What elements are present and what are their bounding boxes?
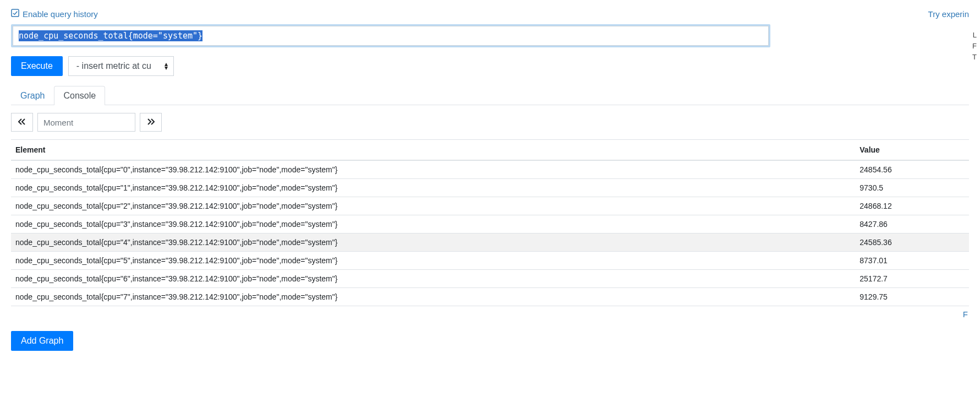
cell-element: node_cpu_seconds_total{cpu="6",instance=… [11, 270, 848, 288]
insert-metric-select[interactable]: - insert metric at cu ▴▾ [68, 56, 174, 76]
tab-console[interactable]: Console [54, 86, 105, 105]
right-edge-cut-text: L F T [972, 30, 979, 63]
result-tabs: Graph Console [11, 86, 969, 105]
moment-input[interactable] [37, 113, 135, 132]
tab-graph[interactable]: Graph [11, 86, 54, 105]
cell-value: 8427.86 [848, 215, 969, 234]
cell-value: 24854.56 [848, 160, 969, 179]
cell-value: 9730.5 [848, 179, 969, 197]
add-graph-button[interactable]: Add Graph [11, 331, 73, 351]
table-row[interactable]: node_cpu_seconds_total{cpu="6",instance=… [11, 270, 969, 288]
cell-element: node_cpu_seconds_total{cpu="7",instance=… [11, 288, 848, 306]
bottom-right-cut-text: F [11, 310, 969, 319]
cell-value: 8737.01 [848, 252, 969, 270]
svg-rect-0 [12, 9, 19, 17]
cell-value: 9129.75 [848, 288, 969, 306]
enable-query-history-toggle[interactable]: Enable query history [11, 9, 98, 19]
cell-element: node_cpu_seconds_total{cpu="3",instance=… [11, 215, 848, 234]
table-row[interactable]: node_cpu_seconds_total{cpu="5",instance=… [11, 252, 969, 270]
column-header-element: Element [11, 140, 848, 161]
cell-element: node_cpu_seconds_total{cpu="4",instance=… [11, 234, 848, 252]
insert-metric-placeholder: - insert metric at cu [76, 61, 151, 71]
table-row[interactable]: node_cpu_seconds_total{cpu="4",instance=… [11, 234, 969, 252]
table-row[interactable]: node_cpu_seconds_total{cpu="7",instance=… [11, 288, 969, 306]
checkbox-icon [11, 9, 19, 19]
table-row[interactable]: node_cpu_seconds_total{cpu="0",instance=… [11, 160, 969, 179]
double-chevron-right-icon [147, 118, 155, 127]
try-experimental-link[interactable]: Try experin [928, 9, 969, 19]
table-row[interactable]: node_cpu_seconds_total{cpu="1",instance=… [11, 179, 969, 197]
cell-element: node_cpu_seconds_total{cpu="2",instance=… [11, 197, 848, 215]
moment-prev-button[interactable] [11, 113, 33, 132]
column-header-value: Value [848, 140, 969, 161]
table-row[interactable]: node_cpu_seconds_total{cpu="3",instance=… [11, 215, 969, 234]
results-table: Element Value node_cpu_seconds_total{cpu… [11, 139, 969, 306]
cell-value: 25172.7 [848, 270, 969, 288]
table-header-row: Element Value [11, 140, 969, 161]
cell-element: node_cpu_seconds_total{cpu="0",instance=… [11, 160, 848, 179]
execute-button[interactable]: Execute [11, 56, 63, 76]
query-expression-input[interactable]: node_cpu_seconds_total{mode="system"} [13, 26, 769, 46]
table-row[interactable]: node_cpu_seconds_total{cpu="2",instance=… [11, 197, 969, 215]
moment-next-button[interactable] [140, 113, 162, 132]
select-arrows-icon: ▴▾ [165, 62, 168, 70]
cell-element: node_cpu_seconds_total{cpu="1",instance=… [11, 179, 848, 197]
double-chevron-left-icon [18, 118, 26, 127]
cell-value: 24585.36 [848, 234, 969, 252]
enable-query-history-label: Enable query history [23, 9, 98, 19]
query-expression-text: node_cpu_seconds_total{mode="system"} [19, 30, 202, 41]
cell-element: node_cpu_seconds_total{cpu="5",instance=… [11, 252, 848, 270]
cell-value: 24868.12 [848, 197, 969, 215]
